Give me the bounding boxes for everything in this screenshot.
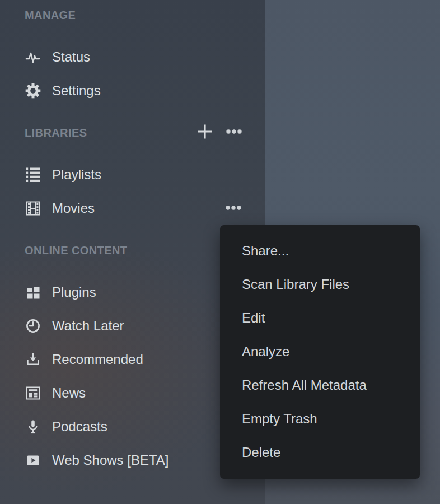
sidebar-item-movies[interactable]: Movies <box>25 198 95 218</box>
sidebar-item-label: News <box>52 385 86 401</box>
libraries-more-button[interactable] <box>226 128 242 136</box>
sidebar-item-label: Movies <box>52 200 95 216</box>
sidebar-item-label: Playlists <box>52 167 101 183</box>
sidebar-item-status[interactable]: Status <box>25 47 90 67</box>
sidebar-item-plugins[interactable]: Plugins <box>25 282 96 302</box>
sidebar-item-news[interactable]: News <box>25 383 86 403</box>
ellipsis-icon <box>226 129 242 134</box>
sidebar-item-podcasts[interactable]: Podcasts <box>25 417 107 437</box>
sidebar-item-label: Status <box>52 49 90 65</box>
sidebar-item-label: Settings <box>52 83 101 99</box>
sidebar-item-label: Plugins <box>52 284 96 300</box>
section-header-online-content: ONLINE CONTENT <box>25 242 127 258</box>
play-video-icon <box>25 452 41 469</box>
sidebar-item-settings[interactable]: Settings <box>25 81 101 101</box>
sidebar-item-label: Watch Later <box>52 318 124 334</box>
clock-icon <box>25 318 41 334</box>
ellipsis-icon <box>225 205 242 211</box>
sidebar-item-label: Recommended <box>52 352 143 367</box>
menu-item-refresh-all-metadata[interactable]: Refresh All Metadata <box>220 368 420 402</box>
sidebar-item-label: Podcasts <box>52 419 107 435</box>
section-header-libraries: LIBRARIES <box>25 125 87 141</box>
sidebar-item-watch-later[interactable]: Watch Later <box>25 316 124 336</box>
microphone-icon <box>25 418 41 435</box>
plus-icon <box>197 124 213 139</box>
movies-more-button[interactable] <box>225 204 242 212</box>
sidebar-item-label: Web Shows [BETA] <box>52 452 169 468</box>
grid-icon <box>25 284 41 301</box>
section-header-manage: MANAGE <box>25 7 76 23</box>
movies-context-menu: Share... Scan Library Files Edit Analyze… <box>220 225 420 479</box>
menu-item-share[interactable]: Share... <box>220 234 420 268</box>
playlist-icon <box>25 166 41 183</box>
add-library-button[interactable] <box>196 123 213 140</box>
film-icon <box>25 200 41 217</box>
menu-item-empty-trash[interactable]: Empty Trash <box>220 402 420 436</box>
menu-item-edit[interactable]: Edit <box>220 301 420 335</box>
sidebar-item-playlists[interactable]: Playlists <box>25 165 101 185</box>
sidebar-item-web-shows[interactable]: Web Shows [BETA] <box>25 450 169 470</box>
newspaper-icon <box>25 385 41 402</box>
menu-item-analyze[interactable]: Analyze <box>220 335 420 368</box>
menu-item-delete[interactable]: Delete <box>220 436 420 469</box>
activity-icon <box>25 49 41 66</box>
sidebar-item-recommended[interactable]: Recommended <box>25 349 143 370</box>
download-icon <box>25 351 41 368</box>
menu-item-scan-library-files[interactable]: Scan Library Files <box>220 268 420 301</box>
gear-icon <box>25 82 41 99</box>
